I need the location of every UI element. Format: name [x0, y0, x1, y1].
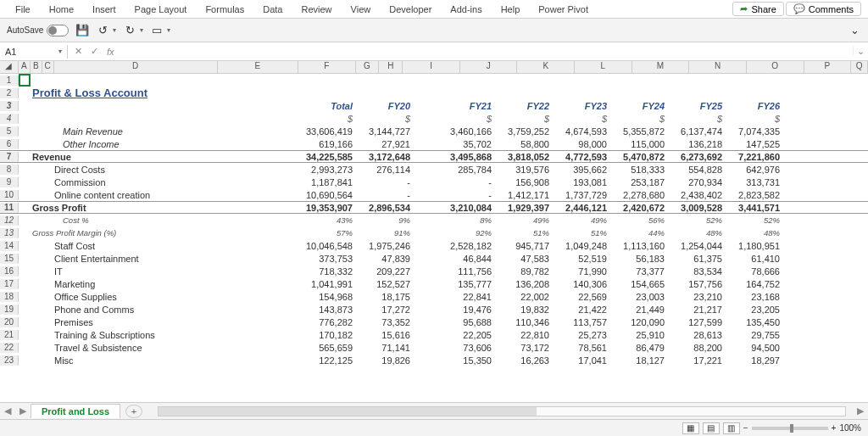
normal-view-icon[interactable]: ▦: [682, 422, 699, 434]
cell[interactable]: 19,476: [439, 305, 497, 315]
horizontal-scrollbar[interactable]: [158, 406, 846, 416]
tab-view[interactable]: View: [342, 3, 380, 14]
col-header[interactable]: B: [31, 61, 42, 73]
cell[interactable]: 253,187: [612, 177, 670, 187]
cell[interactable]: 5,470,872: [612, 152, 670, 162]
cell[interactable]: 73,377: [612, 266, 670, 277]
cell[interactable]: 27,921: [358, 139, 415, 149]
table-row[interactable]: 16IT718,332209,227111,75689,78271,99073,…: [0, 265, 868, 277]
cell[interactable]: 113,757: [554, 317, 612, 327]
row-header[interactable]: 4: [0, 114, 19, 124]
cell[interactable]: 1,180,951: [727, 241, 785, 251]
tab-developer[interactable]: Developer: [381, 3, 440, 14]
cell[interactable]: 209,227: [358, 266, 415, 277]
col-header[interactable]: A: [19, 61, 31, 73]
tab-insert[interactable]: Insert: [84, 3, 125, 14]
cell[interactable]: 22,810: [497, 330, 554, 340]
cell[interactable]: 78,561: [554, 343, 612, 353]
cell[interactable]: 47,839: [358, 254, 415, 264]
cell[interactable]: 9%: [358, 215, 415, 225]
cell[interactable]: 23,003: [612, 292, 670, 302]
cell[interactable]: 3,759,252: [497, 126, 554, 137]
cell[interactable]: 152,527: [358, 279, 415, 289]
row-header[interactable]: 7: [0, 152, 19, 162]
cell[interactable]: -: [358, 190, 415, 200]
row-header[interactable]: 9: [0, 177, 19, 187]
cell[interactable]: 642,976: [727, 165, 785, 175]
cell[interactable]: 2,896,534: [358, 203, 415, 213]
name-box[interactable]: A1▾: [0, 45, 68, 59]
cell[interactable]: 16,263: [497, 355, 554, 366]
cell[interactable]: 1,929,397: [497, 203, 554, 213]
autosave-toggle[interactable]: AutoSave: [7, 25, 69, 36]
cell[interactable]: 8%: [439, 215, 497, 225]
col-header[interactable]: J: [460, 61, 518, 73]
cell[interactable]: 17,041: [554, 355, 612, 366]
row-header[interactable]: 21: [0, 330, 19, 340]
zoom-in-icon[interactable]: +: [832, 423, 837, 433]
row-header[interactable]: 18: [0, 292, 19, 302]
zoom-level[interactable]: 100%: [839, 423, 861, 433]
cell[interactable]: 48%: [727, 228, 785, 238]
cell[interactable]: 47,583: [497, 254, 554, 264]
cell[interactable]: 120,090: [612, 317, 670, 327]
cell[interactable]: 22,841: [439, 292, 497, 302]
cell[interactable]: 154,968: [276, 292, 358, 302]
cell[interactable]: 58,800: [497, 139, 554, 149]
cell[interactable]: 3,441,571: [727, 203, 785, 213]
cell[interactable]: 5,355,872: [612, 126, 670, 137]
cell[interactable]: 143,873: [276, 305, 358, 315]
cell[interactable]: 313,731: [727, 177, 785, 187]
cell[interactable]: 48%: [670, 228, 727, 238]
cell[interactable]: 1,412,171: [497, 190, 554, 200]
cell[interactable]: 17,272: [358, 305, 415, 315]
cell[interactable]: 18,175: [358, 292, 415, 302]
cell[interactable]: 164,752: [727, 279, 785, 289]
col-header[interactable]: H: [379, 61, 403, 73]
cell[interactable]: 56%: [612, 215, 670, 225]
cell[interactable]: 88,200: [670, 343, 727, 353]
cell[interactable]: 78,666: [727, 266, 785, 277]
share-button[interactable]: ➦Share: [732, 2, 783, 16]
col-header[interactable]: G: [356, 61, 380, 73]
row-header[interactable]: 8: [0, 165, 19, 175]
cell[interactable]: 18,297: [727, 355, 785, 366]
cell[interactable]: 395,662: [554, 165, 612, 175]
cell[interactable]: 46,844: [439, 254, 497, 264]
row-header[interactable]: 6: [0, 139, 19, 149]
cell[interactable]: 776,282: [276, 317, 358, 327]
row-header[interactable]: 10: [0, 190, 19, 200]
save-icon[interactable]: 💾: [75, 24, 89, 37]
row-header[interactable]: 17: [0, 279, 19, 289]
cell[interactable]: 49%: [497, 215, 554, 225]
cell[interactable]: 110,346: [497, 317, 554, 327]
cell[interactable]: 7,221,860: [727, 152, 785, 162]
cell[interactable]: 285,784: [439, 165, 497, 175]
cell[interactable]: 2,823,582: [727, 190, 785, 200]
cell[interactable]: 4,772,593: [554, 152, 612, 162]
cell[interactable]: 270,934: [670, 177, 727, 187]
cell[interactable]: 94,500: [727, 343, 785, 353]
row-header[interactable]: 23: [0, 355, 19, 366]
table-row[interactable]: 2Profit & Loss Account: [0, 87, 868, 99]
cell[interactable]: 19,832: [497, 305, 554, 315]
table-row[interactable]: 6Other Income619,16627,92135,70258,80098…: [0, 137, 868, 150]
cell[interactable]: 52%: [670, 215, 727, 225]
row-header[interactable]: 1: [0, 75, 19, 86]
cell[interactable]: 22,002: [497, 292, 554, 302]
cell[interactable]: 92%: [439, 228, 497, 238]
cell[interactable]: 2,420,672: [612, 203, 670, 213]
select-all-corner[interactable]: ◢: [0, 61, 19, 73]
table-row[interactable]: 23Misc122,12519,82615,35016,26317,04118,…: [0, 354, 868, 366]
comments-button[interactable]: 💬Comments: [786, 2, 861, 16]
row-header[interactable]: 15: [0, 254, 19, 264]
cell[interactable]: 518,333: [612, 165, 670, 175]
cell[interactable]: 19,353,907: [276, 203, 358, 213]
cell[interactable]: 33,606,419: [276, 126, 358, 137]
undo-icon[interactable]: ↺: [96, 24, 109, 37]
cell[interactable]: 57%: [276, 228, 358, 238]
table-row[interactable]: 17Marketing1,041,991152,527135,777136,20…: [0, 277, 868, 290]
cell[interactable]: 136,218: [670, 139, 727, 149]
cell[interactable]: 3,210,084: [439, 203, 497, 213]
cell[interactable]: 2,438,402: [670, 190, 727, 200]
